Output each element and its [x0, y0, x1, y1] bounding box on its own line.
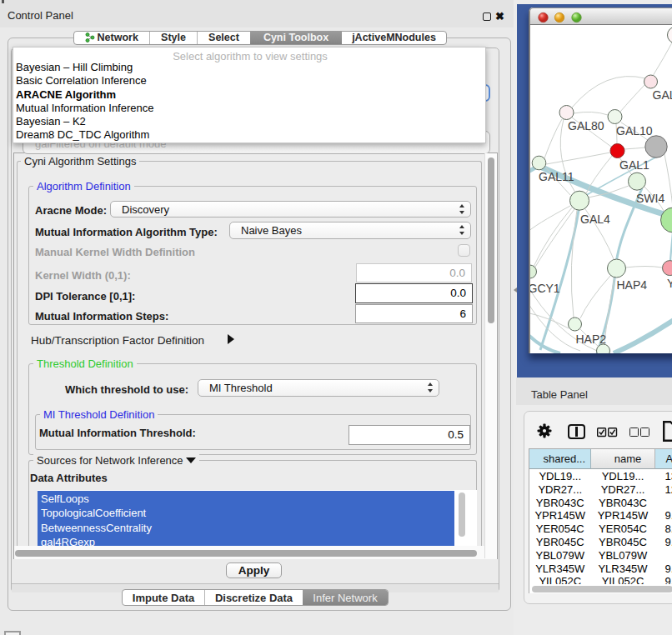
svg-text:HAP4: HAP4 [616, 278, 647, 292]
svg-text:YKR: YKR [667, 277, 672, 290]
svg-text:GAL1: GAL1 [619, 158, 649, 172]
svg-text:GCY1: GCY1 [530, 282, 560, 295]
svg-text:HAP2: HAP2 [575, 332, 606, 346]
svg-text:GAL11: GAL11 [539, 170, 574, 183]
svg-text:GAL7: GAL7 [652, 88, 672, 102]
svg-text:GAL80: GAL80 [568, 119, 604, 132]
svg-text:GAL4: GAL4 [580, 212, 610, 226]
svg-text:SWI4: SWI4 [636, 192, 664, 205]
svg-text:GAL10: GAL10 [616, 124, 653, 138]
